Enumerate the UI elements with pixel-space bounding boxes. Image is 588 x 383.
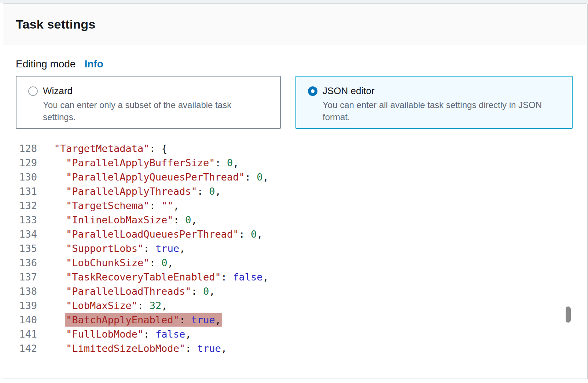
code-line[interactable]: 131 "ParallelApplyThreads": 0, — [3, 184, 587, 198]
code-line[interactable]: 139 "LobMaxSize": 32, — [3, 298, 587, 313]
info-link[interactable]: Info — [84, 58, 103, 70]
json-editor-option-tile[interactable]: JSON editor You can enter all available … — [295, 76, 573, 129]
json-editor-option-label: JSON editor — [323, 85, 375, 97]
code-text: "TargetMetadata": { — [41, 141, 167, 156]
line-number: 133 — [3, 213, 41, 227]
scrollbar-thumb[interactable] — [566, 306, 571, 323]
code-line[interactable]: 140 "BatchApplyEnabled": true, — [3, 313, 587, 327]
code-text: "SupportLobs": true, — [41, 241, 185, 256]
panel-header: Task settings — [3, 4, 587, 45]
wizard-option-tile[interactable]: Wizard You can enter only a subset of th… — [16, 76, 281, 129]
code-text: "LimitedSizeLobMode": true, — [41, 341, 227, 356]
line-number: 136 — [3, 256, 41, 270]
code-line[interactable]: 130 "ParallelApplyQueuesPerThread": 0, — [3, 170, 587, 184]
code-text: "InlineLobMaxSize": 0, — [41, 213, 197, 227]
code-text: "LobChunkSize": 0, — [41, 256, 173, 270]
task-settings-panel: Task settings Editing mode Info Wizard Y… — [3, 3, 587, 379]
code-line[interactable]: 134 "ParallelLoadQueuesPerThread": 0, — [3, 227, 587, 241]
line-number: 138 — [3, 284, 41, 298]
code-text: "FullLobMode": false, — [41, 327, 191, 341]
code-text: "BatchApplyEnabled": true, — [41, 313, 221, 327]
page-top-strip — [0, 0, 588, 3]
line-number: 142 — [3, 341, 41, 356]
code-line[interactable]: 142 "LimitedSizeLobMode": true, — [3, 341, 587, 356]
code-line[interactable]: 128 "TargetMetadata": { — [3, 141, 587, 156]
line-number: 137 — [3, 270, 41, 284]
code-line[interactable]: 132 "TargetSchema": "", — [3, 198, 587, 213]
line-number: 141 — [3, 327, 41, 341]
line-number: 131 — [3, 184, 41, 198]
code-text: "ParallelApplyQueuesPerThread": 0, — [41, 170, 269, 184]
editing-mode-label: Editing mode — [16, 58, 76, 70]
code-line[interactable]: 133 "InlineLobMaxSize": 0, — [3, 213, 587, 227]
code-line[interactable]: 135 "SupportLobs": true, — [3, 241, 587, 256]
json-code-editor[interactable]: 128 "TargetMetadata": {129 "ParallelAppl… — [3, 141, 587, 356]
code-text: "TargetSchema": "", — [41, 198, 179, 213]
highlighted-code: "BatchApplyEnabled": true, — [66, 314, 221, 326]
code-line[interactable]: 138 "ParallelLoadThreads": 0, — [3, 284, 587, 298]
json-editor-radio-row: JSON editor — [308, 85, 562, 97]
code-text: "ParallelLoadThreads": 0, — [41, 284, 215, 298]
line-number: 140 — [3, 313, 41, 327]
code-text: "ParallelLoadQueuesPerThread": 0, — [41, 227, 262, 241]
editing-mode-row: Editing mode Info — [16, 58, 574, 70]
json-editor-radio-button[interactable] — [308, 86, 317, 96]
code-text: "ParallelApplyThreads": 0, — [41, 184, 221, 198]
code-line[interactable]: 129 "ParallelApplyBufferSize": 0, — [3, 156, 587, 170]
line-number: 128 — [3, 141, 41, 156]
code-line[interactable]: 136 "LobChunkSize": 0, — [3, 256, 587, 270]
wizard-option-description: You can enter only a subset of the avail… — [43, 99, 263, 123]
editing-mode-tiles: Wizard You can enter only a subset of th… — [16, 76, 573, 129]
line-number: 132 — [3, 198, 41, 213]
page-title: Task settings — [16, 17, 95, 31]
wizard-radio-button[interactable] — [28, 86, 38, 96]
code-line[interactable]: 137 "TaskRecoveryTableEnabled": false, — [3, 270, 587, 284]
line-number: 139 — [3, 298, 41, 313]
code-text: "ParallelApplyBufferSize": 0, — [41, 156, 239, 170]
code-text: "LobMaxSize": 32, — [41, 298, 167, 313]
code-text: "TaskRecoveryTableEnabled": false, — [41, 270, 269, 284]
code-line[interactable]: 141 "FullLobMode": false, — [3, 327, 587, 341]
wizard-radio-row: Wizard — [28, 85, 270, 97]
json-editor-option-description: You can enter all available task setting… — [323, 99, 543, 123]
wizard-option-label: Wizard — [43, 85, 73, 97]
line-number: 129 — [3, 156, 41, 170]
code-editor-lines: 128 "TargetMetadata": {129 "ParallelAppl… — [3, 141, 587, 356]
line-number: 135 — [3, 241, 41, 256]
line-number: 130 — [3, 170, 41, 184]
line-number: 134 — [3, 227, 41, 241]
